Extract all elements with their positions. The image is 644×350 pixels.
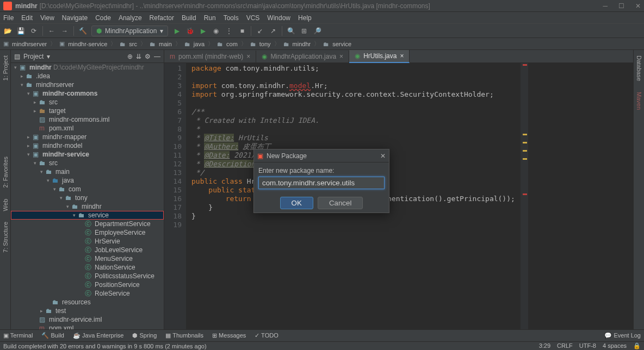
- coverage-icon[interactable]: ▶: [199, 27, 207, 35]
- tree-row[interactable]: ▸▣mindhr-model: [11, 141, 164, 150]
- run-config-dropdown[interactable]: ⬢ MindhrApplication ▾: [91, 26, 168, 36]
- tree-row[interactable]: 🖿resources: [11, 298, 164, 307]
- breadcrumb[interactable]: main: [159, 41, 172, 47]
- bottom-tab-todo[interactable]: ✓ TODO: [255, 332, 278, 339]
- status-spaces[interactable]: 4 spaces: [603, 342, 627, 349]
- menu-view[interactable]: View: [40, 14, 54, 22]
- tree-row[interactable]: ▾▣mindhr-commons: [11, 89, 164, 98]
- breadcrumb[interactable]: src: [129, 41, 137, 47]
- error-marker[interactable]: [523, 64, 527, 66]
- find-icon[interactable]: 🔎: [313, 27, 321, 35]
- chevron-down-icon[interactable]: ▾: [47, 53, 50, 60]
- search-icon[interactable]: 🔍: [287, 27, 295, 35]
- tree-row[interactable]: ▸🖿test: [11, 307, 164, 315]
- side-tab-structure[interactable]: 7: Structure: [2, 222, 9, 253]
- tree-row[interactable]: ▸🖿target: [11, 107, 164, 115]
- project-tree[interactable]: ▾▣mindhr D:\code\MyGiteeProject\mindhr▸🖿…: [11, 63, 164, 329]
- build-icon[interactable]: 🔨: [78, 27, 87, 35]
- tree-row[interactable]: ⓒDepartmentService: [11, 220, 164, 228]
- cancel-button[interactable]: Cancel: [318, 197, 363, 209]
- open-icon[interactable]: 📂: [3, 27, 12, 35]
- tree-row[interactable]: ▨mindhr-commons.iml: [11, 115, 164, 124]
- breadcrumb[interactable]: service: [332, 41, 351, 47]
- tree-row[interactable]: ⓒRoleService: [11, 289, 164, 298]
- breadcrumb[interactable]: java: [194, 41, 205, 47]
- event-log[interactable]: 💬 Event Log: [604, 332, 641, 339]
- gear-icon[interactable]: ⚙: [145, 53, 151, 60]
- warn-marker[interactable]: [523, 158, 527, 160]
- error-marker[interactable]: [523, 193, 527, 195]
- side-tab-favorites[interactable]: 2: Favorites: [2, 157, 9, 188]
- side-tab-database[interactable]: Database: [636, 55, 642, 81]
- attach-icon[interactable]: ⋮: [225, 27, 233, 35]
- vcs-icon[interactable]: ↙: [256, 27, 264, 35]
- menu-build[interactable]: Build: [182, 14, 196, 22]
- ok-button[interactable]: OK: [280, 197, 313, 209]
- target-icon[interactable]: ⊕: [127, 53, 133, 60]
- save-icon[interactable]: 💾: [16, 27, 25, 35]
- side-tab-project[interactable]: 1: Project: [2, 55, 9, 80]
- bottom-tab-java[interactable]: ☕ Java Enterprise: [73, 332, 124, 339]
- status-encoding[interactable]: UTF-8: [579, 342, 596, 349]
- hide-icon[interactable]: —: [154, 53, 160, 60]
- close-icon[interactable]: ✕: [635, 2, 641, 10]
- editor-tab[interactable]: ◉ MindhrApplication.java ×: [256, 51, 349, 62]
- tree-row[interactable]: ⓒPoliticsstatusService: [11, 272, 164, 280]
- bottom-tab-thumbnails[interactable]: ▦ Thumbnails: [165, 332, 203, 339]
- menu-analyze[interactable]: Analyze: [119, 14, 142, 22]
- warn-marker[interactable]: [523, 150, 527, 152]
- tree-row[interactable]: ▾🖿tony: [11, 193, 164, 202]
- bottom-tab-build[interactable]: 🔨 Build: [41, 332, 64, 339]
- stop-icon[interactable]: ■: [238, 27, 246, 35]
- settings-icon[interactable]: ⊞: [300, 27, 308, 35]
- tree-row[interactable]: ▾🖿com: [11, 185, 164, 193]
- menu-refactor[interactable]: Refactor: [150, 14, 174, 22]
- menu-window[interactable]: Window: [267, 14, 290, 22]
- close-tab-icon[interactable]: ×: [400, 52, 404, 60]
- debug-icon[interactable]: 🐞: [185, 27, 194, 35]
- tree-row[interactable]: ⓒJobLevelService: [11, 246, 164, 254]
- menu-file[interactable]: File: [3, 14, 14, 22]
- warn-marker[interactable]: [523, 142, 527, 143]
- back-icon[interactable]: ←: [47, 27, 56, 35]
- status-crlf[interactable]: CRLF: [557, 342, 573, 349]
- tree-row[interactable]: ⓒEmployeeService: [11, 228, 164, 237]
- menu-run[interactable]: Run: [204, 14, 216, 22]
- tree-row[interactable]: ▨mindhr-service.iml: [11, 315, 164, 324]
- tree-row[interactable]: ⓒNationService: [11, 263, 164, 272]
- menu-tools[interactable]: Tools: [224, 14, 239, 22]
- tree-row[interactable]: ▾▣mindhr-service: [11, 150, 164, 159]
- editor-tab-active[interactable]: ◉ HrUtils.java ×: [349, 50, 410, 63]
- vcs-push-icon[interactable]: ↗: [269, 27, 277, 35]
- tree-row[interactable]: ⓒMenuService: [11, 254, 164, 263]
- minimize-icon[interactable]: ─: [603, 2, 608, 10]
- tree-row[interactable]: ▾🖿main: [11, 167, 164, 176]
- warn-marker[interactable]: [523, 134, 527, 135]
- bottom-tab-spring[interactable]: ⬢ Spring: [132, 332, 157, 339]
- run-icon[interactable]: ▶: [172, 27, 181, 35]
- bottom-tab-messages[interactable]: ⊞ Messages: [212, 332, 246, 339]
- close-tab-icon[interactable]: ×: [339, 53, 343, 60]
- breadcrumb[interactable]: mindhrserver: [12, 41, 47, 47]
- tree-row[interactable]: ▾🖿mindhr: [11, 202, 164, 211]
- maximize-icon[interactable]: ☐: [618, 2, 624, 10]
- menu-vcs[interactable]: VCS: [246, 14, 260, 22]
- breadcrumb[interactable]: com: [226, 41, 238, 47]
- menu-help[interactable]: Help: [298, 14, 312, 22]
- breadcrumb[interactable]: mindhr-service: [68, 41, 107, 47]
- editor-code[interactable]: 12345678910111213141516171819 package co…: [164, 63, 633, 329]
- side-tab-web[interactable]: Web: [2, 199, 9, 211]
- profile-icon[interactable]: ◉: [212, 27, 220, 35]
- tree-row[interactable]: ▸🖿src: [11, 98, 164, 107]
- close-icon[interactable]: ✕: [380, 152, 386, 160]
- error-stripe[interactable]: [521, 63, 528, 329]
- menu-navigate[interactable]: Navigate: [62, 14, 88, 22]
- tree-row[interactable]: ⓒPositionService: [11, 280, 164, 289]
- side-tab-maven[interactable]: Maven: [636, 92, 642, 110]
- tree-row[interactable]: ▸▣mindhr-mapper: [11, 133, 164, 141]
- tree-row[interactable]: ▸🖿.idea: [11, 72, 164, 80]
- collapse-icon[interactable]: ⇊: [136, 53, 141, 60]
- lock-icon[interactable]: 🔒: [633, 342, 641, 349]
- forward-icon[interactable]: →: [60, 27, 69, 35]
- tree-row[interactable]: ▾🖿java: [11, 176, 164, 185]
